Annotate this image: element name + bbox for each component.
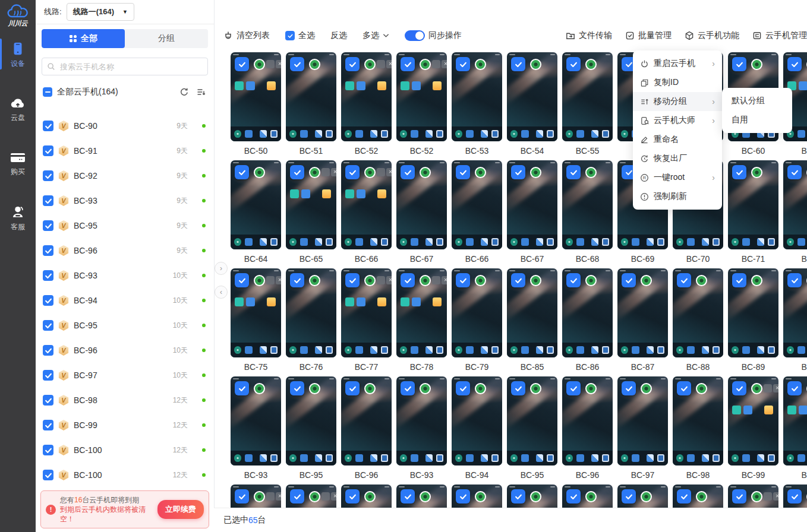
phone-cell[interactable]: ✕BC- bbox=[781, 376, 807, 481]
phone-screenshot[interactable] bbox=[783, 160, 807, 249]
phone-selected-check-icon[interactable] bbox=[456, 489, 470, 504]
device-checkbox[interactable] bbox=[43, 370, 53, 381]
phone-cell[interactable]: BC-93 bbox=[394, 376, 449, 481]
phone-cell[interactable]: ✕BC-75 bbox=[228, 268, 283, 373]
phone-selected-check-icon[interactable] bbox=[511, 273, 525, 287]
phone-selected-check-icon[interactable] bbox=[290, 57, 304, 71]
select-all-control[interactable]: 全选 bbox=[285, 30, 315, 41]
phone-cell[interactable]: BC-68 bbox=[560, 160, 615, 265]
tab-groups[interactable]: 分组 bbox=[125, 29, 208, 48]
phone-screenshot[interactable]: ✕ bbox=[231, 484, 281, 508]
phone-screenshot[interactable] bbox=[507, 160, 557, 249]
phone-selected-check-icon[interactable] bbox=[787, 273, 802, 287]
phone-selected-check-icon[interactable] bbox=[677, 273, 691, 287]
phone-selected-check-icon[interactable] bbox=[345, 489, 360, 504]
phone-screenshot[interactable] bbox=[562, 268, 613, 357]
device-list-item[interactable]: VBC-909天 bbox=[36, 113, 214, 138]
phone-selected-check-icon[interactable] bbox=[456, 165, 470, 179]
phone-cell[interactable]: BC-54 bbox=[505, 52, 560, 157]
phone-cell[interactable]: BC-97 bbox=[615, 376, 670, 481]
phone-screenshot[interactable] bbox=[507, 52, 557, 141]
phone-cell[interactable]: BC-96 bbox=[339, 376, 394, 481]
phone-screenshot[interactable] bbox=[231, 376, 281, 466]
phone-screenshot[interactable] bbox=[673, 376, 723, 466]
phone-screenshot[interactable] bbox=[507, 268, 557, 357]
menu-item-复制ID[interactable]: 复制ID bbox=[633, 73, 722, 92]
refresh-list-icon[interactable] bbox=[178, 86, 190, 98]
phone-screenshot[interactable] bbox=[562, 52, 613, 141]
device-list-item[interactable]: VBC-9610天 bbox=[36, 338, 214, 363]
phone-selected-check-icon[interactable] bbox=[677, 381, 691, 395]
phone-screenshot[interactable] bbox=[562, 160, 613, 249]
submenu-item-默认分组[interactable]: 默认分组 bbox=[722, 91, 792, 110]
phone-screenshot[interactable] bbox=[396, 484, 447, 508]
phone-cell[interactable]: BC-89 bbox=[726, 268, 781, 373]
device-list-item[interactable]: VBC-919天 bbox=[36, 138, 214, 163]
search-input[interactable] bbox=[59, 62, 203, 72]
phone-selected-check-icon[interactable] bbox=[401, 273, 415, 287]
phone-selected-check-icon[interactable] bbox=[511, 381, 525, 395]
phone-selected-check-icon[interactable] bbox=[290, 273, 304, 287]
device-list-item[interactable]: VBC-9912天 bbox=[36, 413, 214, 438]
device-checkbox[interactable] bbox=[43, 320, 53, 331]
phone-cell[interactable]: ✕BC-50 bbox=[228, 52, 283, 157]
phone-selected-check-icon[interactable] bbox=[732, 489, 746, 504]
phone-screenshot[interactable]: ✕ bbox=[231, 52, 281, 141]
phone-screenshot[interactable]: ✕ bbox=[231, 268, 281, 357]
phone-screenshot[interactable]: ✕ bbox=[286, 160, 336, 249]
device-checkbox[interactable] bbox=[43, 395, 53, 406]
clear-list-button[interactable]: 清空列表 bbox=[223, 30, 270, 41]
phone-screenshot[interactable] bbox=[617, 376, 668, 466]
phone-cell[interactable]: ✕ bbox=[726, 484, 781, 508]
phone-cell[interactable] bbox=[505, 484, 560, 508]
menu-item-移动分组[interactable]: 移动分组› bbox=[633, 92, 722, 111]
sort-list-icon[interactable] bbox=[195, 86, 207, 98]
phone-cell[interactable] bbox=[670, 484, 726, 508]
phone-screenshot[interactable] bbox=[231, 160, 281, 249]
phone-cell[interactable]: BC-53 bbox=[449, 52, 505, 157]
phone-selected-check-icon[interactable] bbox=[290, 489, 304, 504]
menu-item-恢复出厂[interactable]: 恢复出厂 bbox=[633, 149, 722, 168]
device-checkbox[interactable] bbox=[43, 270, 53, 281]
phone-screenshot[interactable]: ✕ bbox=[341, 160, 392, 249]
phone-cell[interactable]: BC-93 bbox=[228, 376, 283, 481]
phone-selected-check-icon[interactable] bbox=[677, 489, 691, 504]
phone-screenshot[interactable] bbox=[452, 484, 502, 508]
phone-selected-check-icon[interactable] bbox=[732, 165, 746, 179]
phone-selected-check-icon[interactable] bbox=[456, 57, 470, 71]
device-list-item[interactable]: VBC-9812天 bbox=[36, 388, 214, 413]
phone-cell[interactable]: BC-85 bbox=[505, 268, 560, 373]
phone-screenshot[interactable]: ✕ bbox=[783, 484, 807, 508]
sidebar-item-设备[interactable]: 设备 bbox=[0, 41, 36, 69]
phone-selected-check-icon[interactable] bbox=[566, 165, 581, 179]
phone-cell[interactable]: BC-71 bbox=[726, 160, 781, 265]
phone-selected-check-icon[interactable] bbox=[511, 165, 525, 179]
toolbar-button-文件传输[interactable]: 文件传输 bbox=[566, 30, 612, 41]
device-checkbox[interactable] bbox=[43, 170, 53, 181]
device-list-item[interactable]: VBC-9310天 bbox=[36, 263, 214, 288]
phone-cell[interactable]: BC-94 bbox=[449, 376, 505, 481]
phone-cell[interactable] bbox=[560, 484, 615, 508]
phone-screenshot[interactable] bbox=[783, 268, 807, 357]
phone-screenshot[interactable]: ✕ bbox=[341, 52, 392, 141]
phone-screenshot[interactable] bbox=[452, 268, 502, 357]
phone-cell[interactable]: BC-95 bbox=[283, 376, 339, 481]
phone-screenshot[interactable] bbox=[617, 484, 668, 508]
menu-item-重命名[interactable]: 重命名 bbox=[633, 130, 722, 149]
sidebar-item-购买[interactable]: 购买 bbox=[0, 150, 36, 177]
phone-screenshot[interactable]: ✕ bbox=[783, 376, 807, 466]
phone-selected-check-icon[interactable] bbox=[456, 273, 470, 287]
phone-selected-check-icon[interactable] bbox=[401, 489, 415, 504]
phone-screenshot[interactable] bbox=[728, 160, 778, 249]
phone-selected-check-icon[interactable] bbox=[622, 381, 636, 395]
phone-selected-check-icon[interactable] bbox=[732, 57, 746, 71]
phone-screenshot[interactable] bbox=[507, 484, 557, 508]
phone-cell[interactable]: BC-67 bbox=[394, 160, 449, 265]
phone-selected-check-icon[interactable] bbox=[345, 381, 360, 395]
phone-screenshot[interactable]: ✕ bbox=[341, 268, 392, 357]
phone-cell[interactable] bbox=[339, 484, 394, 508]
phone-cell[interactable]: ✕ bbox=[283, 484, 339, 508]
phone-cell[interactable] bbox=[615, 484, 670, 508]
phone-cell[interactable]: BC-64 bbox=[228, 160, 283, 265]
panel-expand-handle[interactable]: › bbox=[215, 262, 228, 275]
